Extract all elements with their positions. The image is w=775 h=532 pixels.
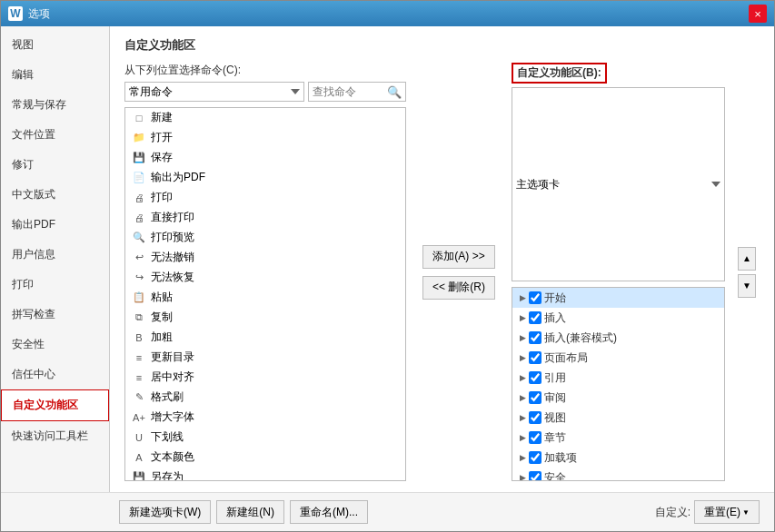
list-item[interactable]: 🖨打印 xyxy=(125,188,405,208)
tree-item[interactable]: ▶引用 xyxy=(512,368,724,388)
sidebar-item-print[interactable]: 打印 xyxy=(1,270,109,300)
list-item[interactable]: A文本颜色 xyxy=(125,448,405,468)
list-item[interactable]: ≡居中对齐 xyxy=(125,368,405,388)
bold-icon: B xyxy=(131,330,147,346)
left-panel: 从下列位置选择命令(C): 常用命令 🔍 □新建📁打开💾保存📄输出为PDF🖨打印… xyxy=(124,63,406,481)
command-source-dropdown[interactable]: 常用命令 xyxy=(124,82,304,102)
tree-expand-icon[interactable]: ▶ xyxy=(516,371,529,384)
sidebar-item-quick-access[interactable]: 快速访问工具栏 xyxy=(1,421,109,451)
dropdown-row: 常用命令 🔍 xyxy=(124,82,406,102)
list-item[interactable]: □新建 xyxy=(125,108,405,128)
main-body: 从下列位置选择命令(C): 常用命令 🔍 □新建📁打开💾保存📄输出为PDF🖨打印… xyxy=(124,63,760,481)
move-up-button[interactable]: ▲ xyxy=(738,247,756,271)
save-icon: 💾 xyxy=(131,150,147,166)
sidebar-item-custom-ribbon[interactable]: 自定义功能区 xyxy=(1,389,109,421)
list-item[interactable]: ≡更新目录 xyxy=(125,348,405,368)
tree-expand-icon[interactable]: ▶ xyxy=(516,471,529,481)
tree-checkbox[interactable] xyxy=(529,331,542,344)
tree-expand-icon[interactable]: ▶ xyxy=(516,411,529,424)
command-label: 新建 xyxy=(151,110,173,125)
tree-item[interactable]: ▶插入 xyxy=(512,308,724,328)
tree-checkbox[interactable] xyxy=(529,411,542,424)
command-label: 更新目录 xyxy=(151,350,194,365)
tree-item-label: 插入(兼容模式) xyxy=(544,330,617,346)
tree-item[interactable]: ▶章节 xyxy=(512,428,724,448)
tree-item[interactable]: ▶审阅 xyxy=(512,388,724,408)
tree-item[interactable]: ▶页面布局 xyxy=(512,348,724,368)
list-item[interactable]: 📁打开 xyxy=(125,128,405,148)
list-item[interactable]: A+增大字体 xyxy=(125,408,405,428)
reset-dropdown-arrow: ▼ xyxy=(742,508,750,517)
list-item[interactable]: ⧉复制 xyxy=(125,308,405,328)
paste-icon: 📋 xyxy=(131,290,147,306)
tree-checkbox[interactable] xyxy=(529,351,542,364)
command-label: 下划线 xyxy=(151,429,184,445)
sidebar-item-revision[interactable]: 修订 xyxy=(1,150,109,180)
tree-checkbox[interactable] xyxy=(529,471,542,481)
tree-item[interactable]: ▶安全 xyxy=(512,468,724,481)
pdf-icon: 📄 xyxy=(131,170,147,186)
reset-button[interactable]: 重置(E) ▼ xyxy=(694,500,760,524)
tree-item[interactable]: ▶视图 xyxy=(512,408,724,428)
add-button[interactable]: 添加(A) >> xyxy=(422,245,495,269)
list-item[interactable]: ↪无法恢复 xyxy=(125,268,405,288)
list-item[interactable]: ✎格式刷 xyxy=(125,388,405,408)
sidebar-item-user-info[interactable]: 用户信息 xyxy=(1,240,109,270)
tree-checkbox[interactable] xyxy=(529,371,542,384)
list-item[interactable]: 🖨直接打印 xyxy=(125,208,405,228)
list-item[interactable]: 📋粘贴 xyxy=(125,288,405,308)
sidebar-item-chinese[interactable]: 中文版式 xyxy=(1,180,109,210)
sidebar-item-trust[interactable]: 信任中心 xyxy=(1,360,109,389)
sidebar-item-view[interactable]: 视图 xyxy=(1,30,109,60)
tree-item-label: 审阅 xyxy=(544,390,566,406)
command-label: 加粗 xyxy=(151,330,173,345)
sidebar-item-security[interactable]: 安全性 xyxy=(1,330,109,360)
tree-expand-icon[interactable]: ▶ xyxy=(516,391,529,404)
tree-expand-icon[interactable]: ▶ xyxy=(516,431,529,444)
list-item[interactable]: 📄输出为PDF xyxy=(125,168,405,188)
list-item[interactable]: 💾另存为 xyxy=(125,468,405,481)
new-group-button[interactable]: 新建组(N) xyxy=(216,500,284,524)
rename-button[interactable]: 重命名(M)... xyxy=(290,500,368,524)
command-label: 打印预览 xyxy=(151,230,194,245)
sidebar-item-edit[interactable]: 编辑 xyxy=(1,60,109,90)
tree-checkbox[interactable] xyxy=(529,451,542,464)
search-icon[interactable]: 🔍 xyxy=(387,85,402,99)
command-label: 另存为 xyxy=(151,469,184,481)
list-item[interactable]: B加粗 xyxy=(125,328,405,348)
tree-expand-icon[interactable]: ▶ xyxy=(516,451,529,464)
tree-expand-icon[interactable]: ▶ xyxy=(516,291,529,304)
toc-icon: ≡ xyxy=(131,350,147,366)
tree-item[interactable]: ▶开始 xyxy=(512,288,724,308)
sidebar-item-output-pdf[interactable]: 输出PDF xyxy=(1,210,109,240)
move-down-button[interactable]: ▼ xyxy=(738,274,756,298)
list-item[interactable]: ↩无法撤销 xyxy=(125,248,405,268)
remove-button[interactable]: << 删除(R) xyxy=(422,276,495,300)
sidebar-item-file-location[interactable]: 文件位置 xyxy=(1,120,109,150)
tree-checkbox[interactable] xyxy=(529,431,542,444)
tree-item[interactable]: ▶插入(兼容模式) xyxy=(512,328,724,348)
list-item[interactable]: 🔍打印预览 xyxy=(125,228,405,248)
title-bar-left: W 选项 xyxy=(8,6,50,22)
tree-expand-icon[interactable]: ▶ xyxy=(516,351,529,364)
tree-expand-icon[interactable]: ▶ xyxy=(516,311,529,324)
command-label: 增大字体 xyxy=(151,409,194,425)
tree-expand-icon[interactable]: ▶ xyxy=(516,331,529,344)
command-label: 无法撤销 xyxy=(151,250,194,265)
preview-icon: 🔍 xyxy=(131,230,147,246)
search-input[interactable] xyxy=(313,85,385,98)
tree-checkbox[interactable] xyxy=(529,391,542,404)
section-title: 自定义功能区 xyxy=(124,37,760,54)
ribbon-dropdown[interactable]: 主选项卡 xyxy=(512,87,725,281)
new-tab-button[interactable]: 新建选项卡(W) xyxy=(119,500,211,524)
sidebar-item-general[interactable]: 常规与保存 xyxy=(1,90,109,120)
main-area: 自定义功能区 从下列位置选择命令(C): 常用命令 🔍 xyxy=(110,26,774,492)
close-button[interactable]: × xyxy=(749,5,767,23)
sidebar-item-spell-check[interactable]: 拼写检查 xyxy=(1,300,109,330)
tree-checkbox[interactable] xyxy=(529,311,542,324)
save-as-icon: 💾 xyxy=(131,469,147,482)
tree-checkbox[interactable] xyxy=(529,291,542,304)
list-item[interactable]: U下划线 xyxy=(125,428,405,448)
list-item[interactable]: 💾保存 xyxy=(125,148,405,168)
tree-item[interactable]: ▶加载项 xyxy=(512,448,724,468)
